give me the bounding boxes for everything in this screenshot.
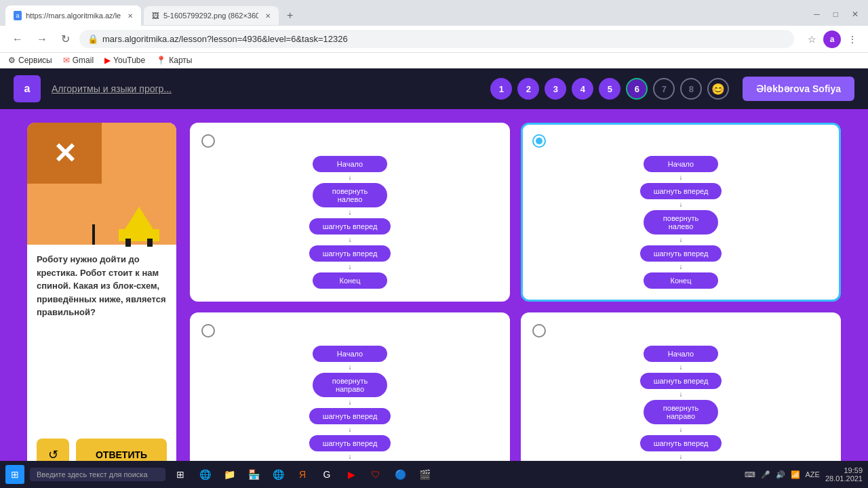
question-text: Роботу нужно дойти до крестика. Робот ст… [27,245,176,432]
maximize-button[interactable]: □ [829,7,842,22]
flow-start-b: Начало [644,156,718,172]
refresh-button[interactable]: ↻ [57,30,74,48]
keyboard-icon: ⌨ [745,470,755,479]
progress-dot-5[interactable]: 5 [599,78,620,100]
bookmark-maps[interactable]: 📍 Карты [156,56,192,65]
flow-start-d: Начало [644,346,718,362]
answer-card-a[interactable]: Начало ↓ повернутьналево ↓ шагнуть впере… [190,123,510,302]
flow-step-b1: шагнуть вперед [640,183,722,199]
arrow-d4: ↓ [679,453,683,460]
new-tab-button[interactable]: + [281,7,298,24]
leg-left [125,239,131,247]
taskbar-icon-apps[interactable]: ⊞ [171,465,190,484]
radio-b[interactable] [532,134,546,148]
address-bar[interactable]: 🔒 mars.algoritmika.az/lesson?lesson=4936… [79,30,794,48]
back-button[interactable]: ← [8,30,27,48]
arrow-c3: ↓ [349,426,352,433]
image-cell-br [102,184,176,245]
robot-image: ✕ [27,123,176,245]
taskbar-icon-google[interactable]: G [317,465,336,484]
taskbar-icon-store[interactable]: 🏪 [244,465,263,484]
flow-step-d2: повернутьнаправо [644,400,718,424]
arrow-c1: ↓ [349,364,352,371]
progress-dot-3[interactable]: 3 [545,78,566,100]
arrow-a1: ↓ [349,174,352,181]
answers-grid: Начало ↓ повернутьналево ↓ шагнуть впере… [190,123,841,478]
lock-icon: 🔒 [87,34,98,44]
address-text: mars.algoritmika.az/lesson?lesson=4936&l… [102,34,348,44]
flowchart-d: Начало ↓ шагнуть вперед ↓ повернутьнапра… [534,346,828,479]
radio-a[interactable] [201,134,215,148]
gmail-icon: ✉ [63,56,70,65]
arrow-d2: ↓ [679,391,683,398]
flow-step-a3: шагнуть вперед [309,245,391,262]
flowchart-b: Начало ↓ шагнуть вперед ↓ повернутьналев… [534,156,828,289]
user-button[interactable]: Ələkbərova Sofiya [743,77,854,101]
taskbar-icon-camera[interactable]: 🎬 [415,465,434,484]
minimize-button[interactable]: ─ [810,7,824,22]
youtube-icon: ▶ [104,56,111,65]
taskbar-icon-yandex[interactable]: Я [293,465,312,484]
grid-icon: ⚙ [8,56,16,65]
progress-dot-2[interactable]: 2 [517,78,539,100]
arrow-c4: ↓ [349,453,352,460]
course-title[interactable]: Алгоритмы и языки прогр... [52,83,490,94]
bookmark-label: YouTube [113,56,145,65]
taskbar-icon-browser[interactable]: 🌐 [269,465,288,484]
progress-dot-smile[interactable]: 😊 [707,78,729,100]
trapezoid-top [124,207,154,230]
lang-indicator[interactable]: AZE [806,470,820,479]
taskbar-icon-security[interactable]: 🛡 [366,465,385,484]
windows-button[interactable]: ⊞ [5,465,24,484]
date-display: 28.01.2021 [825,474,863,483]
radio-d[interactable] [532,324,546,338]
tab-active[interactable]: a https://mars.algoritmika.az/less... ✕ [5,5,141,26]
tab-inactive[interactable]: 🖼 5-1605799292.png (862×360) ✕ [144,6,279,25]
flow-step-a1: повернутьналево [313,183,387,207]
flow-step-b2: повернутьналево [644,210,718,235]
bookmark-star-button[interactable]: ☆ [805,31,819,47]
nav-icons: ☆ a ⋮ [805,30,860,48]
progress-dot-7[interactable]: 7 [653,78,675,100]
arrow-b4: ↓ [679,264,683,270]
taskbar-search[interactable]: Введите здесь текст для поиска [30,468,165,481]
taskbar-icon-chrome[interactable]: 🔵 [391,465,410,484]
flow-step-a2: шагнуть вперед [309,218,391,235]
time-display: 19:59 28.01.2021 [825,466,863,483]
image-cell-bl [27,184,102,245]
progress-dot-4[interactable]: 4 [572,78,593,100]
bookmark-services[interactable]: ⚙ Сервисы [8,56,52,65]
taskbar-icon-explorer[interactable]: 📁 [220,465,239,484]
menu-button[interactable]: ⋮ [845,31,860,47]
arrow-c2: ↓ [349,399,352,406]
robot-base [119,229,159,241]
radio-c[interactable] [201,324,215,338]
flow-step-c2: шагнуть вперед [309,408,391,424]
progress-dot-6[interactable]: 6 [626,78,648,100]
taskbar-right: ⌨ 🎤 🔊 📶 AZE 19:59 28.01.2021 [745,466,863,483]
cross-symbol: ✕ [53,137,77,170]
arrow-b1: ↓ [679,174,683,181]
network-icon: 📶 [791,470,800,479]
leg-right [147,239,153,247]
arrow-a2: ↓ [349,209,352,216]
progress-dots: 1 2 3 4 5 6 7 8 😊 [490,78,729,100]
tab-label-2: 5-1605799292.png (862×360) [163,12,258,20]
answer-card-b[interactable]: Начало ↓ шагнуть вперед ↓ повернутьналев… [521,123,841,302]
taskbar-icon-edge[interactable]: 🌐 [195,465,214,484]
tab-bar: a https://mars.algoritmika.az/less... ✕ … [0,0,868,26]
close-icon[interactable]: ✕ [127,12,133,20]
bookmark-gmail[interactable]: ✉ Gmail [63,56,94,65]
taskbar-icon-youtube[interactable]: ▶ [342,465,361,484]
arrow-a4: ↓ [349,264,352,270]
bookmark-youtube[interactable]: ▶ YouTube [104,56,145,65]
close-window-button[interactable]: ✕ [848,7,863,22]
flow-start-c: Начало [313,346,387,362]
flow-end-b: Конец [644,272,718,289]
image-cell-tl: ✕ [27,123,102,184]
progress-dot-1[interactable]: 1 [490,78,512,100]
close-icon-2[interactable]: ✕ [265,12,271,20]
search-placeholder: Введите здесь текст для поиска [37,470,148,479]
progress-dot-8[interactable]: 8 [680,78,702,100]
forward-button[interactable]: → [33,30,52,48]
